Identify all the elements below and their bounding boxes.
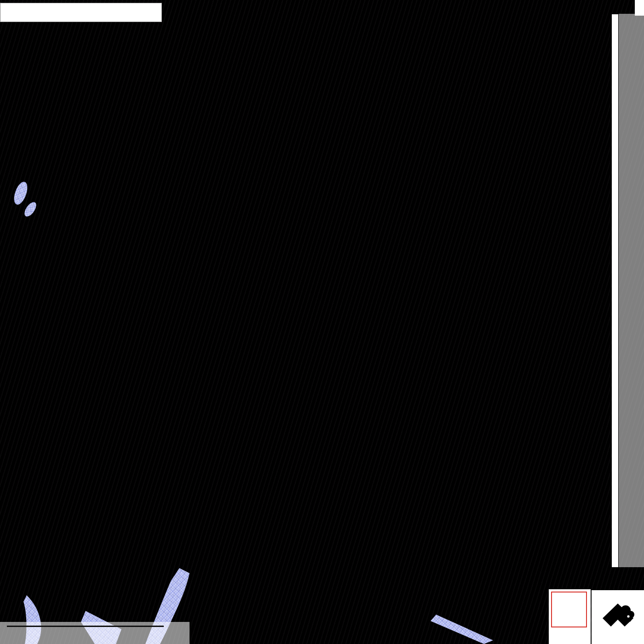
model-name-box bbox=[635, 0, 644, 16]
map-title-box bbox=[0, 3, 162, 22]
zamg-logo bbox=[549, 589, 591, 644]
zamg-rainbow-icon bbox=[551, 592, 587, 627]
distance-scalebar bbox=[0, 622, 190, 644]
map-title bbox=[4, 5, 159, 19]
elevation-colorbar bbox=[611, 14, 619, 568]
snowgrid-logo bbox=[592, 590, 644, 644]
snowgrid-mountain-cloud-icon bbox=[597, 596, 639, 638]
scalebar-line bbox=[7, 626, 164, 627]
map-canvas bbox=[0, 0, 644, 644]
snowgrid-weather-map bbox=[0, 0, 644, 644]
colorbar-background-strip bbox=[618, 14, 644, 567]
